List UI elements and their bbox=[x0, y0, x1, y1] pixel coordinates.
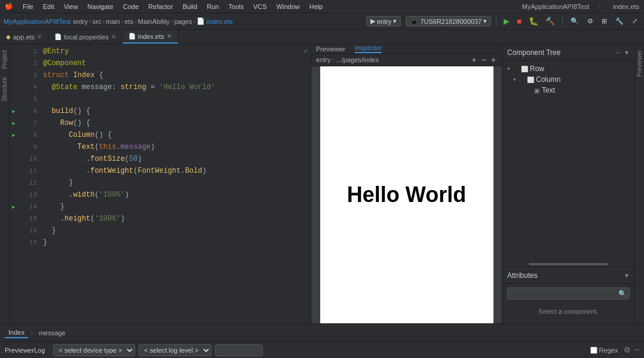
log-level-select[interactable]: < select log level > bbox=[139, 344, 211, 356]
settings-button[interactable]: ⚙ bbox=[584, 16, 596, 26]
code-line-13: . width ( '100%' ) bbox=[43, 189, 311, 201]
code-content[interactable]: @Entry ✓ @Component struct Index { bbox=[39, 44, 311, 323]
breadcrumb-index-ets[interactable]: 📄 index.ets bbox=[197, 17, 232, 25]
layout-button[interactable]: ⊞ bbox=[599, 16, 610, 26]
tab-index-close[interactable]: ✕ bbox=[167, 33, 171, 39]
code-line-6: build () { bbox=[43, 105, 311, 117]
breadcrumb-src[interactable]: src bbox=[93, 18, 102, 25]
tools-button[interactable]: 🔧 bbox=[612, 16, 627, 26]
attr-search-input[interactable] bbox=[507, 287, 630, 299]
width-fn: width bbox=[73, 189, 94, 201]
menu-file[interactable]: File bbox=[20, 3, 36, 10]
menu-vcs[interactable]: VCS bbox=[251, 3, 269, 10]
dot9: . bbox=[116, 141, 120, 153]
menu-view[interactable]: View bbox=[62, 3, 81, 10]
bottom-status-bar: Index › message bbox=[0, 323, 644, 341]
bc-sep5: › bbox=[171, 18, 173, 25]
stop-button[interactable]: ■ bbox=[514, 16, 524, 27]
zoom-in-button[interactable]: + bbox=[490, 54, 497, 66]
previewer-tab-previewer[interactable]: Previewer bbox=[316, 45, 345, 53]
gutter-1 bbox=[10, 45, 18, 57]
menu-code[interactable]: Code bbox=[121, 3, 141, 10]
add-button[interactable]: + bbox=[470, 54, 477, 66]
menu-build[interactable]: Build bbox=[180, 3, 200, 10]
menu-window[interactable]: Window bbox=[274, 3, 302, 10]
log-close-button[interactable]: − bbox=[634, 345, 639, 354]
log-settings-button[interactable]: ⚙ bbox=[624, 345, 631, 354]
attributes-collapse-btn[interactable]: ▾ bbox=[624, 270, 630, 281]
gutter-14: ▶ bbox=[10, 201, 18, 213]
status-tab-message[interactable]: message bbox=[35, 328, 69, 338]
brace14: } bbox=[60, 201, 65, 213]
bc-sep2: › bbox=[102, 18, 105, 25]
menu-tools[interactable]: Tools bbox=[226, 3, 246, 10]
paren15b: ) bbox=[121, 213, 125, 225]
entry-label: entry bbox=[377, 18, 391, 25]
ln-6: 6 bbox=[20, 105, 37, 117]
brace12: } bbox=[69, 177, 73, 189]
menu-edit[interactable]: Edit bbox=[41, 3, 57, 10]
tree-item-column[interactable]: ▾ ⬜ Column bbox=[508, 74, 634, 85]
log-search-input[interactable] bbox=[215, 344, 263, 356]
fontsize-fn: fontSize bbox=[90, 153, 125, 165]
comp-tree-collapse-btn[interactable]: − bbox=[615, 47, 621, 58]
gutter-10 bbox=[10, 153, 18, 165]
bc-sep3: › bbox=[121, 18, 124, 25]
tab-app-ets[interactable]: ◆ app.ets ✕ bbox=[0, 30, 48, 44]
dot10: . bbox=[86, 153, 90, 165]
status-tab-index[interactable]: Index bbox=[5, 328, 28, 338]
right-sidebar-previewer[interactable]: Previewer bbox=[635, 47, 644, 80]
menu-run[interactable]: Run bbox=[204, 3, 221, 10]
breadcrumb-ets[interactable]: ets bbox=[125, 18, 134, 25]
run-button[interactable]: ▶ bbox=[501, 16, 512, 27]
breadcrumb-pages[interactable]: pages bbox=[174, 18, 192, 25]
menu-navigate[interactable]: Navigate bbox=[85, 3, 115, 10]
sidebar-structure[interactable]: Structure bbox=[0, 74, 9, 105]
debug-button[interactable]: 🐛 bbox=[526, 16, 541, 27]
decorator-component: @Component bbox=[43, 57, 86, 69]
device-type-select[interactable]: < select device type > bbox=[53, 344, 135, 356]
breadcrumb-entry[interactable]: entry bbox=[73, 18, 88, 25]
file-icon: 📄 bbox=[197, 17, 205, 25]
comp-tree-expand-btn[interactable]: ▾ bbox=[624, 47, 630, 58]
paren7: () { bbox=[73, 117, 90, 129]
decorator-entry: @Entry bbox=[43, 45, 69, 57]
code-line-11: . fontWeight ( FontWeight . Bold ) bbox=[43, 165, 311, 177]
sidebar-project[interactable]: Project bbox=[0, 47, 9, 72]
code-editor: ▶ ▶ ▶ ▶ 1 2 3 4 5 6 7 8 bbox=[10, 44, 311, 323]
indent10 bbox=[43, 153, 86, 165]
indent7 bbox=[43, 117, 60, 129]
search-button[interactable]: 🔍 bbox=[568, 16, 582, 26]
log-regex-checkbox[interactable] bbox=[590, 347, 597, 354]
previewer-tab-inspector[interactable]: Inspector bbox=[355, 44, 382, 53]
expand-button[interactable]: ⤢ bbox=[629, 16, 640, 26]
ln-13: 13 bbox=[20, 189, 37, 201]
tree-scrollbar[interactable] bbox=[502, 262, 634, 267]
project-name[interactable]: MyApplicationAPI8Test bbox=[4, 18, 71, 25]
paren10a: ( bbox=[125, 153, 129, 165]
tab-local-close[interactable]: ✕ bbox=[111, 33, 116, 40]
menu-apple[interactable]: 🍎 bbox=[2, 2, 16, 10]
bc-sep1: › bbox=[89, 18, 91, 25]
tree-item-row[interactable]: ▾ ⬜ Row bbox=[502, 63, 634, 74]
attributes-header: Attributes ▾ bbox=[502, 267, 634, 284]
menu-help[interactable]: Help bbox=[307, 3, 326, 10]
menu-refactor[interactable]: Refactor bbox=[146, 3, 176, 10]
code-area[interactable]: ▶ ▶ ▶ ▶ 1 2 3 4 5 6 7 8 bbox=[10, 44, 311, 323]
build-button[interactable]: 🔨 bbox=[543, 16, 557, 27]
gutter-2 bbox=[10, 57, 18, 69]
tab-local-properties[interactable]: 📄 local.properties ✕ bbox=[48, 30, 122, 44]
gutter-7: ▶ bbox=[10, 117, 18, 129]
entry-tag[interactable]: ▶ entry ▾ bbox=[366, 16, 401, 26]
device-tag[interactable]: 📱 7US6R21828000037 ▾ bbox=[406, 16, 491, 26]
tab-app-ets-close[interactable]: ✕ bbox=[37, 33, 42, 40]
fontsize-val: 50 bbox=[129, 153, 137, 165]
previewer-path-text: entry : .../pages/index bbox=[316, 56, 379, 63]
tab-index-ets[interactable]: 📄 index.ets ✕ bbox=[122, 30, 178, 44]
breadcrumb-main[interactable]: main bbox=[106, 18, 120, 25]
breadcrumb-mainability[interactable]: MainAbility bbox=[138, 18, 170, 25]
menu-bar: 🍎 File Edit View Navigate Code Refactor … bbox=[0, 0, 644, 13]
tree-item-text[interactable]: ▶ ▣ Text bbox=[514, 85, 634, 96]
paren10b: ) bbox=[137, 153, 142, 165]
zoom-out-button[interactable]: − bbox=[480, 54, 487, 66]
